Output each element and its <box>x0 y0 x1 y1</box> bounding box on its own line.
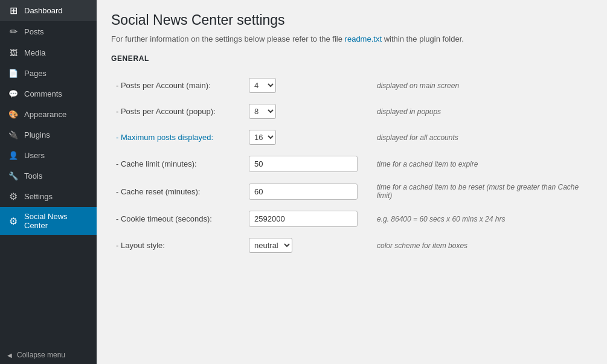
help-cache-limit: time for a cached item to expire <box>365 150 593 177</box>
sidebar-item-comments[interactable]: Comments <box>0 83 97 104</box>
select-posts-per-account-main[interactable]: 1234568101216 <box>249 78 276 93</box>
help-cookie-timeout: e.g. 86400 = 60 secs x 60 mins x 24 hrs <box>365 205 593 232</box>
active-indicator <box>92 216 97 226</box>
input-cell-cookie-timeout <box>244 205 365 232</box>
users-icon <box>7 150 19 161</box>
sidebar-item-label: Dashboard <box>24 6 89 15</box>
sidebar-item-posts[interactable]: Posts <box>0 21 97 42</box>
pages-icon <box>7 68 19 78</box>
label-layout-style: - Layout style: <box>111 232 244 258</box>
sidebar-item-label: Users <box>24 151 89 160</box>
sidebar: Dashboard Posts Media Pages Comments App… <box>0 0 97 364</box>
posts-icon <box>7 26 19 37</box>
description-suffix: within the plugin folder. <box>382 34 464 43</box>
sidebar-item-tools[interactable]: Tools <box>0 165 97 186</box>
input-cell-maximum-posts-displayed: 481216202432 <box>244 124 365 150</box>
main-content: Social News Center settings For further … <box>97 0 607 364</box>
tools-icon <box>7 170 19 181</box>
settings-row-cookie-timeout: - Cookie timeout (seconds): e.g. 86400 =… <box>111 205 593 232</box>
sidebar-item-label: Posts <box>24 27 89 36</box>
label-cache-reset: - Cache reset (minutes): <box>111 177 244 205</box>
sidebar-item-label: Appearance <box>24 110 89 119</box>
input-cookie-timeout[interactable] <box>249 211 358 227</box>
description: For further information on the settings … <box>111 34 593 43</box>
sidebar-item-label: Pages <box>24 69 89 78</box>
settings-row-posts-per-account-main: - Posts per Account (main): 123456810121… <box>111 72 593 98</box>
input-cell-posts-per-account-popup: 1234568101216 <box>244 98 365 124</box>
input-cell-layout-style: neutrallightdarkcustom <box>244 232 365 258</box>
social-icon <box>7 216 19 227</box>
label-maximum-posts-displayed: - Maximum posts displayed: <box>111 124 244 150</box>
plugins-icon <box>7 129 19 140</box>
help-maximum-posts-displayed: displayed for all accounts <box>365 124 593 150</box>
settings-icon <box>7 191 19 202</box>
sidebar-item-users[interactable]: Users <box>0 145 97 165</box>
settings-table: - Posts per Account (main): 123456810121… <box>111 72 593 258</box>
help-layout-style: color scheme for item boxes <box>365 232 593 258</box>
sidebar-item-label: Social News Center <box>24 212 89 230</box>
input-cache-limit[interactable] <box>249 156 358 172</box>
select-maximum-posts-displayed[interactable]: 481216202432 <box>249 130 276 145</box>
sidebar-item-plugins[interactable]: Plugins <box>0 124 97 145</box>
sidebar-item-label: Tools <box>24 171 89 180</box>
label-cookie-timeout: - Cookie timeout (seconds): <box>111 205 244 232</box>
description-prefix: For further information on the settings … <box>111 34 345 43</box>
sidebar-item-settings[interactable]: Settings <box>0 186 97 207</box>
sidebar-item-label: Settings <box>24 192 89 201</box>
collapse-label: Collapse menu <box>17 351 65 359</box>
collapse-icon <box>7 351 12 359</box>
sidebar-item-appearance[interactable]: Appearance <box>0 104 97 124</box>
section-header: GENERAL <box>111 54 593 65</box>
label-cache-limit: - Cache limit (minutes): <box>111 150 244 177</box>
input-cell-posts-per-account-main: 1234568101216 <box>244 72 365 98</box>
collapse-menu[interactable]: Collapse menu <box>0 346 97 364</box>
media-icon <box>7 47 19 58</box>
settings-row-posts-per-account-popup: - Posts per Account (popup): 12345681012… <box>111 98 593 124</box>
appearance-icon <box>7 109 19 120</box>
label-posts-per-account-popup: - Posts per Account (popup): <box>111 98 244 124</box>
settings-row-maximum-posts-displayed: - Maximum posts displayed: 481216202432 … <box>111 124 593 150</box>
input-cache-reset[interactable] <box>249 184 358 200</box>
sidebar-item-label: Comments <box>24 89 89 98</box>
sidebar-item-media[interactable]: Media <box>0 42 97 63</box>
dashboard-icon <box>7 5 19 16</box>
settings-row-cache-limit: - Cache limit (minutes): time for a cach… <box>111 150 593 177</box>
help-posts-per-account-popup: displayed in popups <box>365 98 593 124</box>
select-layout-style[interactable]: neutrallightdarkcustom <box>249 238 292 253</box>
label-posts-per-account-main: - Posts per Account (main): <box>111 72 244 98</box>
sidebar-item-social-news-center[interactable]: Social News Center <box>0 207 97 235</box>
sidebar-item-dashboard[interactable]: Dashboard <box>0 0 97 21</box>
help-cache-reset: time for a cached item to be reset (must… <box>365 177 593 205</box>
sidebar-item-label: Media <box>24 48 89 57</box>
sidebar-item-pages[interactable]: Pages <box>0 63 97 83</box>
help-posts-per-account-main: displayed on main screen <box>365 72 593 98</box>
settings-row-cache-reset: - Cache reset (minutes): time for a cach… <box>111 177 593 205</box>
select-posts-per-account-popup[interactable]: 1234568101216 <box>249 104 276 119</box>
readme-link[interactable]: readme.txt <box>345 34 382 43</box>
sidebar-item-label: Plugins <box>24 130 89 139</box>
settings-row-layout-style: - Layout style: neutrallightdarkcustom c… <box>111 232 593 258</box>
input-cell-cache-reset <box>244 177 365 205</box>
comments-icon <box>7 88 19 99</box>
input-cell-cache-limit <box>244 150 365 177</box>
page-title: Social News Center settings <box>111 12 593 28</box>
